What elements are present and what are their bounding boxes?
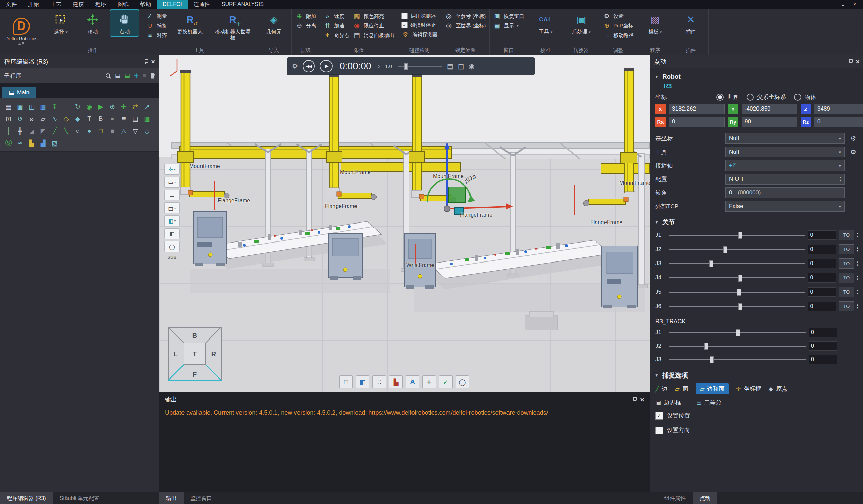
swap-robot-button[interactable]: R↺ 更换机器人 [170, 10, 210, 36]
tab-main-routine[interactable]: ▤ Main [2, 87, 36, 98]
joint-value-input[interactable] [808, 244, 836, 254]
select-button[interactable]: 选择 ▾ [47, 10, 75, 36]
x-position-input[interactable] [669, 104, 725, 114]
tab-jog[interactable]: 点动 [693, 492, 717, 504]
editor-tool-icon[interactable]: ↗ [142, 102, 152, 111]
move-path-button[interactable]: →移动路径 [602, 32, 634, 39]
geometry-button[interactable]: ◈ 几何元 [260, 10, 288, 36]
camera-render-icon[interactable]: ◉ [469, 62, 475, 70]
new-document-icon[interactable]: ▤ [125, 73, 130, 79]
close-panel-icon[interactable]: × [855, 58, 860, 65]
radio-world[interactable] [716, 93, 724, 101]
close-panel-icon[interactable]: × [640, 396, 644, 403]
joint-value-input[interactable] [808, 302, 836, 311]
joint-slider[interactable] [669, 342, 806, 350]
settings-button[interactable]: ⚙设置 [602, 13, 634, 20]
joint-value-input[interactable] [809, 328, 837, 337]
wireframe-view-button[interactable]: ◧ [164, 228, 180, 239]
editor-tool-icon[interactable]: ◇ [142, 126, 152, 136]
editor-tool-icon[interactable]: ◇ [61, 114, 71, 124]
report-export-icon[interactable]: ▤ [447, 62, 453, 70]
y-position-input[interactable] [741, 104, 797, 114]
snap-options-section-header[interactable]: ▼捕捉选项 [650, 366, 863, 381]
ry-rotation-input[interactable] [741, 117, 797, 127]
editor-tool-icon[interactable]: ▶ [96, 102, 106, 111]
set-position-checkbox[interactable]: ✓ [655, 412, 663, 419]
annotation-text-icon[interactable]: A [406, 376, 419, 388]
fit-view-button[interactable]: ✛▾ [164, 164, 180, 175]
section-plane-button[interactable]: ▭ [164, 190, 180, 200]
tab-program-editor[interactable]: 程序编辑器 (R3) [0, 492, 53, 504]
tab-staubli-cell-config[interactable]: Stäubli 单元配置 [53, 492, 106, 504]
enable-detector-checkbox[interactable]: 启用探测器 [401, 13, 438, 19]
list-icon[interactable]: ≡ [143, 73, 146, 79]
stop-on-collision-checkbox[interactable]: ✓碰撞时停止 [401, 22, 438, 28]
template-button[interactable]: ▧ 模板 ▾ [641, 10, 669, 36]
menu-program[interactable]: 程序 [90, 0, 112, 9]
snap-capture-button[interactable]: ∪捕捉 [146, 22, 167, 29]
jog-button[interactable]: 点动 [110, 10, 139, 36]
slider-thumb[interactable] [704, 343, 708, 350]
joint-value-input[interactable] [808, 230, 836, 240]
editor-tool-icon[interactable]: ⌀ [26, 114, 37, 124]
display-button[interactable]: ▤显示 ▾ [493, 22, 524, 29]
editor-tool-icon[interactable]: B [96, 114, 106, 124]
menu-help[interactable]: 帮助 [134, 0, 157, 9]
editor-tool-icon[interactable]: ▽ [130, 126, 140, 136]
editor-tool-icon[interactable]: ▟ [38, 138, 48, 148]
3d-viewport[interactable]: MountFrame MountFrame MountFrame MountFr… [160, 55, 650, 392]
measure-button[interactable]: ∠测量 [146, 13, 167, 20]
collapse-ribbon-icon[interactable]: ⌄ [838, 1, 848, 8]
view-cube-top[interactable]: T [193, 350, 197, 358]
sphere-view-button[interactable]: ◯ [164, 241, 180, 252]
joint-slider[interactable] [669, 355, 806, 364]
z-position-input[interactable] [814, 104, 863, 114]
play-button[interactable]: ▶ [320, 60, 333, 72]
editor-tool-icon[interactable]: T [84, 114, 94, 124]
editor-tool-icon[interactable]: ╋ [15, 126, 25, 136]
menu-surf-analysis[interactable]: SURF ANALYSIS [216, 0, 270, 9]
restore-windows-button[interactable]: ▣恢复窗口 [493, 13, 524, 20]
editor-tool-icon[interactable]: ◫ [26, 102, 37, 111]
rx-rotation-input[interactable] [669, 117, 725, 127]
editor-tool-icon[interactable]: ▙ [26, 138, 37, 148]
transform-icon[interactable]: ✛ [422, 376, 436, 388]
speed-slider-thumb[interactable] [404, 63, 408, 70]
close-panel-icon[interactable]: × [151, 58, 155, 65]
editor-tool-icon[interactable]: ┼ [3, 126, 14, 136]
spinner[interactable]: ▴▾ [856, 261, 858, 267]
radio-object[interactable] [794, 93, 801, 101]
snap-origin-button[interactable]: ◆原点 [769, 385, 788, 393]
joint-slider[interactable] [669, 260, 805, 268]
editor-tool-icon[interactable]: ◤ [38, 126, 48, 136]
external-tcp-dropdown[interactable]: False▾ [725, 201, 845, 212]
spinner[interactable]: ▴▾ [856, 232, 858, 238]
jog-to-button[interactable]: TO [839, 301, 854, 311]
menu-start[interactable]: 开始 [22, 0, 45, 9]
stop-at-limit-toggle[interactable]: ◉限位停止 [353, 22, 394, 29]
move-robot-world-frame-button[interactable]: R✛ 移动机器人世界框 [213, 10, 252, 42]
tab-output[interactable]: 输出 [159, 492, 184, 504]
shaded-view-button[interactable]: ◧▾ [164, 215, 180, 226]
editor-tool-icon[interactable]: ● [107, 114, 117, 124]
jog-to-button[interactable]: TO [839, 287, 854, 297]
editor-tool-icon[interactable]: △ [119, 126, 129, 136]
view-cube-right[interactable]: R [211, 350, 216, 358]
view-plane-button[interactable]: ▭▾ [164, 177, 180, 188]
pin-icon[interactable] [143, 59, 148, 64]
editor-tool-icon[interactable]: ╱ [50, 126, 60, 136]
editor-tool-icon[interactable]: ╲ [61, 126, 71, 136]
spinner[interactable]: ▴▾ [856, 275, 858, 281]
tab-monitor-window[interactable]: 监控窗口 [184, 492, 219, 504]
slider-thumb[interactable] [723, 246, 727, 253]
snap-bounding-box-button[interactable]: ▣边界框 [655, 399, 681, 406]
menu-modeling[interactable]: 建模 [67, 0, 90, 9]
status-circle-icon[interactable]: ◯ [455, 376, 469, 388]
joint-slider[interactable] [669, 274, 805, 282]
editor-tool-icon[interactable]: ▧ [50, 138, 60, 148]
snap-face-button[interactable]: ▱面 [675, 385, 688, 393]
editor-tool-icon[interactable]: ▣ [15, 102, 25, 111]
joint-slider[interactable] [669, 328, 806, 337]
tool-frame-dropdown[interactable]: Null▾ [725, 147, 845, 158]
approach-axis-dropdown[interactable]: +Z▾ [725, 160, 845, 171]
